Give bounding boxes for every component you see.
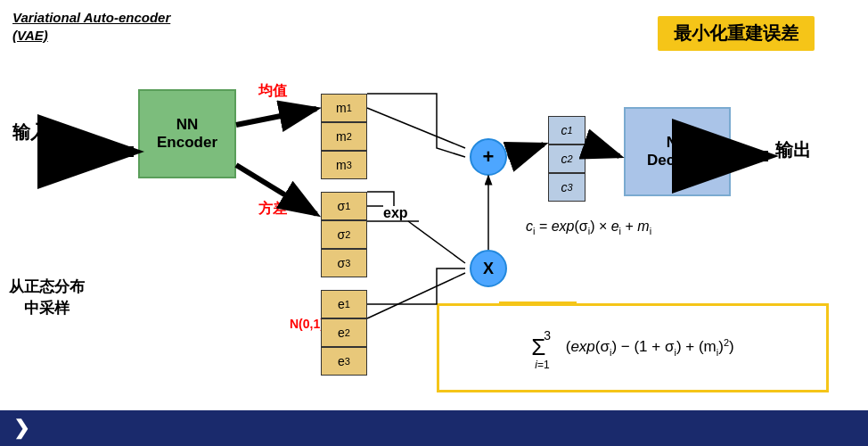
sample-label: 从正态分布 中采样 <box>9 277 85 319</box>
m3-cell: m3 <box>321 151 367 179</box>
nn-encoder-box: NN Encoder <box>138 89 236 178</box>
bottom-bar-arrow: ❯ <box>13 417 29 440</box>
e3-cell: e3 <box>321 347 367 376</box>
input-label: 输入 <box>12 120 48 145</box>
m-stack: m1 m2 m3 <box>321 94 367 179</box>
bottom-bar: ❯ <box>0 410 868 446</box>
sigma1-cell: σ1 <box>321 192 367 220</box>
svg-line-10 <box>508 145 544 157</box>
plus-circle: + <box>470 138 507 176</box>
sigma2-cell: σ2 <box>321 220 367 249</box>
svg-line-3 <box>236 109 316 125</box>
main-content: Variational Auto-encoder (VAE) 最小化重建误差 输… <box>0 0 868 410</box>
e1-cell: e1 <box>321 290 367 318</box>
exp-label: exp <box>383 205 408 221</box>
m2-cell: m2 <box>321 122 367 151</box>
svg-line-11 <box>585 145 619 156</box>
svg-line-7 <box>408 221 465 263</box>
page-title: Variational Auto-encoder (VAE) <box>12 9 170 44</box>
c2-cell: c2 <box>548 145 585 173</box>
sigma-stack: σ1 σ2 σ3 <box>321 192 367 277</box>
c3-cell: c3 <box>548 173 585 202</box>
x-circle: X <box>470 250 507 287</box>
minimize-box: 3 Σ i=1 (exp(σi) − (1 + σi) + (mi)2) <box>437 303 829 392</box>
c1-cell: c1 <box>548 116 585 145</box>
nn-decoder-box: NN Decoder <box>624 107 731 196</box>
variance-label: 方差 <box>258 200 287 219</box>
minimize-label: 最小化重建误差 <box>658 16 815 51</box>
m1-cell: m1 <box>321 94 367 122</box>
formula: ci = exp(σi) × ei + mi <box>526 219 651 236</box>
e2-cell: e2 <box>321 318 367 347</box>
e-stack: e1 e2 e3 <box>321 290 367 376</box>
c-stack: c1 c2 c3 <box>548 116 585 202</box>
minimize-formula: 3 Σ i=1 (exp(σi) − (1 + σi) + (mi)2) <box>531 335 733 360</box>
n01-label: N(0,1) <box>290 317 324 331</box>
sigma3-cell: σ3 <box>321 249 367 277</box>
output-label: 输出 <box>775 138 811 162</box>
mean-label: 均值 <box>258 82 287 101</box>
svg-line-5 <box>367 108 465 148</box>
